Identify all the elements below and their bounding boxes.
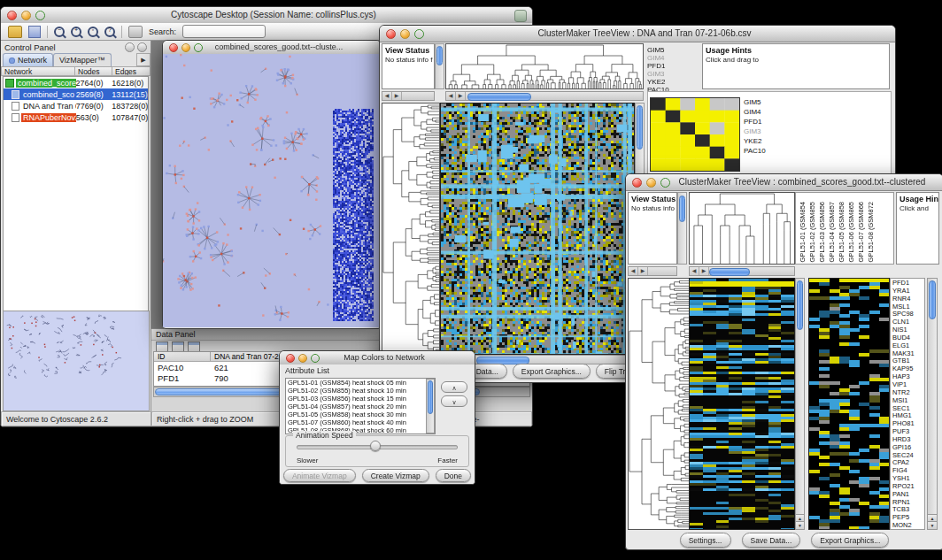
zoom-fit-icon[interactable]: ▫ <box>88 27 98 37</box>
speed-slider-thumb[interactable] <box>370 441 381 451</box>
gene-label[interactable]: SEC24 <box>891 451 924 459</box>
animate-vizmap-button[interactable]: Animate Vizmap <box>283 469 356 482</box>
gene-label[interactable]: RPO21 <box>891 482 924 490</box>
treeview-dna-titlebar[interactable]: ClusterMaker TreeView : DNA and Tran 07-… <box>380 26 895 42</box>
done-button[interactable]: Done <box>436 469 471 482</box>
gene-label[interactable]: YKE2 <box>744 136 793 146</box>
move-down-button[interactable]: ∨ <box>441 395 467 407</box>
minimize-button[interactable] <box>181 43 190 52</box>
gene-label[interactable]: PHO81 <box>891 419 924 427</box>
network-view-titlebar[interactable]: combined_scores_good.txt--cluste... <box>163 41 381 55</box>
gene-label[interactable]: GIM3 <box>744 127 793 136</box>
gene-label[interactable]: GIM5 <box>647 46 699 54</box>
dialog-titlebar[interactable]: Map Colors to Network <box>280 351 475 365</box>
vscroll-thumb[interactable] <box>679 196 685 222</box>
gene-label[interactable]: YRA1 <box>891 287 924 295</box>
close-panel-icon[interactable] <box>137 42 147 52</box>
gene-label[interactable]: BUD4 <box>891 334 924 341</box>
close-button[interactable] <box>169 43 178 52</box>
column-label[interactable]: GPL51-06 (GSM865 <box>847 202 855 262</box>
scroll-right-arrow[interactable]: ▶ <box>392 92 402 100</box>
scroll-right-arrow[interactable]: ▶ <box>699 267 709 275</box>
attribute-select-icon[interactable] <box>156 341 168 352</box>
vscroll-thumb[interactable] <box>929 280 936 319</box>
network-row[interactable]: DNA and Tran 0 7769(0) 183728(0) <box>4 100 148 111</box>
attribute-delete-icon[interactable] <box>188 341 200 352</box>
scroll-right-arrow[interactable]: ▶ <box>456 92 466 100</box>
correlation-matrix-canvas[interactable] <box>650 97 740 172</box>
create-vizmap-button[interactable]: Create Vizmap <box>362 469 429 482</box>
gene-label[interactable]: NIS1 <box>891 326 924 334</box>
status-vscrollbar[interactable] <box>435 43 444 89</box>
row-dendrogram-canvas[interactable] <box>628 278 690 530</box>
gene-label[interactable]: PFD1 <box>891 279 924 287</box>
gene-label[interactable]: PAC10 <box>744 146 793 156</box>
gene-label[interactable]: CLN1 <box>891 318 924 326</box>
gene-label[interactable]: PFD1 <box>647 62 699 70</box>
column-label[interactable]: GPL51-02 (GSM855 <box>808 202 816 262</box>
gene-label[interactable]: GIM4 <box>744 107 793 117</box>
gene-label[interactable]: KAP95 <box>891 364 924 372</box>
gene-label[interactable]: HRD3 <box>891 435 924 443</box>
gene-label[interactable]: PUF3 <box>891 427 924 435</box>
status-hscrollbar[interactable]: ◀▶ <box>382 91 435 101</box>
gene-label[interactable]: RPN1 <box>891 498 924 506</box>
gene-label[interactable]: ELG1 <box>891 341 924 349</box>
gene-label[interactable]: YSH1 <box>891 474 924 482</box>
heatmap-canvas[interactable] <box>689 278 795 530</box>
column-label[interactable]: GPL51-01 (GSM854 <box>799 202 807 262</box>
column-label[interactable]: GPL51-04 (GSM857 <box>828 202 836 262</box>
column-label[interactable]: GPL51-07 (GSM866 <box>857 202 865 262</box>
close-button[interactable] <box>386 29 396 39</box>
column-dendrogram-canvas[interactable] <box>445 43 644 89</box>
vscroll-thumb[interactable] <box>797 280 803 330</box>
gene-label[interactable]: FIG4 <box>891 466 924 474</box>
vscroll-thumb[interactable] <box>436 46 443 65</box>
dendrogram-hscrollbar[interactable]: ◀▶ <box>445 91 644 101</box>
scroll-left-arrow[interactable]: ◀ <box>446 92 456 100</box>
attribute-item[interactable]: GPL51-05 (GSM858) heat shock 30 min <box>286 410 435 418</box>
detail-heatmap-canvas[interactable] <box>808 278 890 530</box>
gene-label[interactable]: PAN1 <box>891 490 924 498</box>
gene-label[interactable]: GPI16 <box>891 443 924 451</box>
scroll-down-arrow[interactable]: ▼ <box>796 521 804 529</box>
gene-label[interactable]: SPC98 <box>891 310 924 318</box>
float-panel-icon[interactable] <box>125 42 135 52</box>
treeview-button[interactable]: Export Graphics... <box>811 533 889 548</box>
gene-label[interactable]: GIM4 <box>647 54 699 62</box>
gene-label[interactable]: GIM3 <box>647 70 699 78</box>
attribute-list-vscrollbar[interactable] <box>426 379 435 433</box>
zoom-out-icon[interactable]: − <box>54 27 65 37</box>
minimize-button[interactable] <box>400 29 410 39</box>
close-button[interactable] <box>632 178 642 188</box>
vscroll-thumb[interactable] <box>428 380 433 414</box>
gene-label[interactable]: GIM5 <box>744 97 793 107</box>
column-label[interactable]: GPL51-03 (GSM856 <box>818 202 826 262</box>
open-folder-icon[interactable] <box>8 26 22 38</box>
network-row[interactable]: combined_scores 2764(0) 16218(0) <box>4 77 148 88</box>
gene-label[interactable]: MSL1 <box>891 303 924 311</box>
network-row[interactable]: RNAPuberNov2 563(0) 107847(0) <box>4 111 148 123</box>
gene-vscrollbar[interactable]: ▲ ▼ <box>927 278 938 530</box>
vscroll-thumb[interactable] <box>637 105 643 150</box>
status-vscrollbar[interactable] <box>677 192 687 265</box>
treeview-button[interactable]: Settings... <box>680 533 731 548</box>
column-label[interactable]: GPL51-08 (GSM872 <box>867 202 875 262</box>
hscroll-thumb[interactable] <box>709 268 750 276</box>
gene-label[interactable]: TCB3 <box>891 505 924 513</box>
tab-overflow-arrow[interactable]: ▶ <box>136 53 151 66</box>
scroll-down-arrow[interactable]: ▼ <box>928 521 937 529</box>
gene-label[interactable]: PFD1 <box>744 117 793 127</box>
close-button[interactable] <box>7 11 17 20</box>
treeview-combined-titlebar[interactable]: ClusterMaker TreeView : combined_scores_… <box>626 174 942 191</box>
attribute-create-icon[interactable] <box>172 341 184 352</box>
attribute-item[interactable]: GPL51-01 (GSM854) heat shock 05 min <box>286 379 435 387</box>
save-icon[interactable] <box>28 26 41 38</box>
hscroll-thumb[interactable] <box>467 93 531 101</box>
attribute-item[interactable]: GPL51-07 (GSM860) heat shock 40 min <box>286 418 435 426</box>
heatmap-vscrollbar[interactable]: ▲ ▼ <box>795 278 805 530</box>
main-titlebar[interactable]: Cytoscape Desktop (Session Name: collins… <box>1 7 532 24</box>
gene-label[interactable]: VIP1 <box>891 380 924 388</box>
attribute-item[interactable]: GPL51-04 (GSM857) heat shock 20 min <box>286 403 435 410</box>
gene-label[interactable]: SEC1 <box>891 404 924 412</box>
